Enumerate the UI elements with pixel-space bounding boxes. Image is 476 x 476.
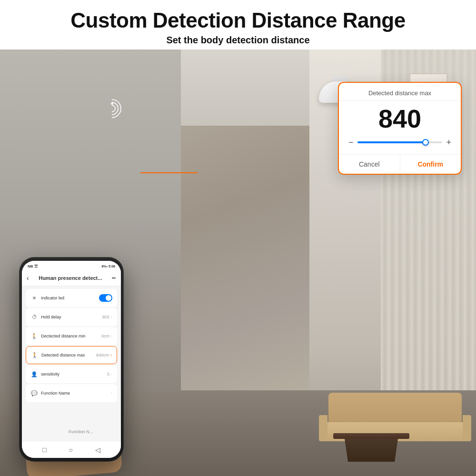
list-item-sensitivity[interactable]: 👤 sensitivity 5 › xyxy=(26,365,117,383)
coffee-table xyxy=(333,433,409,462)
dialog-confirm-button[interactable]: Confirm xyxy=(400,155,461,174)
phone-header: ‹ Human presence detect... ✏ xyxy=(22,271,121,286)
dialog-slider-area: − + xyxy=(339,134,461,154)
item-left-function: 💬 Function Name xyxy=(30,389,70,397)
slider-fill xyxy=(357,141,426,143)
slider-thumb[interactable] xyxy=(422,139,429,146)
item-left-indicator: ☀ Indicator led xyxy=(30,294,64,302)
phone-outer: NB ☰ 8%▪ 5:06 ‹ Human presence detect...… xyxy=(19,257,124,462)
page-subtitle: Set the body detection distance xyxy=(10,35,466,46)
chevron-icon-max: › xyxy=(110,353,112,357)
table-legs xyxy=(338,439,405,462)
sensitivity-value: 5 › xyxy=(107,372,112,377)
walking-icon-min: 🚶 xyxy=(30,332,38,340)
clock-icon: ⏱ xyxy=(30,313,38,321)
dialog-buttons: Cancel Confirm xyxy=(339,154,461,174)
phone-bottom-nav: □ ○ ◁ xyxy=(22,441,121,458)
edit-button[interactable]: ✏ xyxy=(112,275,116,281)
page-wrapper: Custom Detection Distance Range Set the … xyxy=(0,0,476,476)
indicator-led-label: Indicator led xyxy=(41,296,64,300)
item-left-dist-min: 🚶 Dectected distance min xyxy=(30,332,86,340)
device-mount xyxy=(333,76,347,81)
header-section: Custom Detection Distance Range Set the … xyxy=(0,0,476,50)
chevron-icon-sens: › xyxy=(111,372,112,377)
comment-icon: 💬 xyxy=(30,389,38,397)
distance-max-value: 840cm › xyxy=(96,353,112,357)
dialog-cancel-button[interactable]: Cancel xyxy=(339,155,400,174)
nav-circle-icon[interactable]: ○ xyxy=(69,446,73,454)
table-top xyxy=(333,433,409,439)
distance-min-value: 0cm › xyxy=(101,334,112,338)
item-left-sensitivity: 👤 sensitivity xyxy=(30,370,60,378)
phone-list: ☀ Indicator led ⏱ Hold delay xyxy=(22,286,121,405)
person-icon: 👤 xyxy=(30,370,38,378)
scene-area: NB ☰ 8%▪ 5:06 ‹ Human presence detect...… xyxy=(0,50,476,476)
item-left-hold: ⏱ Hold delay xyxy=(30,313,61,321)
phone-wrapper: NB ☰ 8%▪ 5:06 ‹ Human presence detect...… xyxy=(19,257,124,462)
status-icons: 8%▪ 5:06 xyxy=(101,265,115,268)
nav-square-icon[interactable]: □ xyxy=(42,446,46,454)
phone-screen: NB ☰ 8%▪ 5:06 ‹ Human presence detect...… xyxy=(22,261,121,458)
distance-max-dialog: Detected distance max 840 − + Cancel Con… xyxy=(338,82,462,175)
chevron-icon-func: › xyxy=(111,391,112,396)
slider-minus-button[interactable]: − xyxy=(348,138,354,148)
function-bottom-text: Function N... xyxy=(69,429,93,434)
item-left-dist-max: 🚶 Detected distance max xyxy=(31,351,85,359)
sun-icon: ☀ xyxy=(30,294,38,302)
nav-triangle-icon[interactable]: ◁ xyxy=(95,446,100,454)
status-left: NB ☰ xyxy=(28,264,38,268)
list-item-indicator-led[interactable]: ☀ Indicator led xyxy=(26,289,117,307)
distance-max-label: Detected distance max xyxy=(41,353,85,357)
phone-status-bar: NB ☰ 8%▪ 5:06 xyxy=(22,261,121,271)
list-item-function-name[interactable]: 💬 Function Name › xyxy=(26,384,117,402)
chevron-icon: › xyxy=(111,315,112,319)
walking-icon-max: 🚶 xyxy=(31,351,39,359)
distance-min-label: Dectected distance min xyxy=(41,334,86,338)
sofa-arm-right xyxy=(463,415,471,441)
sensitivity-label: sensitivity xyxy=(41,372,60,377)
sofa-arm-left xyxy=(319,415,327,441)
sensitivity-text: 5 xyxy=(107,372,109,377)
page-title: Custom Detection Distance Range xyxy=(10,9,466,33)
indicator-led-toggle[interactable] xyxy=(99,294,112,302)
hold-delay-label: Hold delay xyxy=(41,315,61,319)
back-button[interactable]: ‹ xyxy=(27,274,29,282)
connector-line xyxy=(140,172,198,174)
list-item-distance-max[interactable]: 🚶 Detected distance max 840cm › xyxy=(26,346,117,364)
clock: 5:06 xyxy=(109,265,115,268)
distance-min-text: 0cm xyxy=(101,334,109,338)
list-item-hold-delay[interactable]: ⏱ Hold delay 30S › xyxy=(26,308,117,326)
battery-indicator: 8%▪ xyxy=(101,265,108,268)
list-item-distance-min[interactable]: 🚶 Dectected distance min 0cm › xyxy=(26,327,117,345)
function-name-value: › xyxy=(111,391,112,396)
chevron-icon-min: › xyxy=(111,334,112,338)
slider-track[interactable] xyxy=(357,141,443,143)
phone-screen-title: Human presence detect... xyxy=(39,275,102,281)
dialog-value: 840 xyxy=(339,101,461,134)
hold-delay-text: 30S xyxy=(102,315,109,319)
function-name-label: Function Name xyxy=(41,391,70,396)
hold-delay-value: 30S › xyxy=(102,315,112,319)
dialog-title: Detected distance max xyxy=(339,83,461,101)
slider-plus-button[interactable]: + xyxy=(446,138,451,148)
distance-max-text: 840cm xyxy=(96,353,109,357)
